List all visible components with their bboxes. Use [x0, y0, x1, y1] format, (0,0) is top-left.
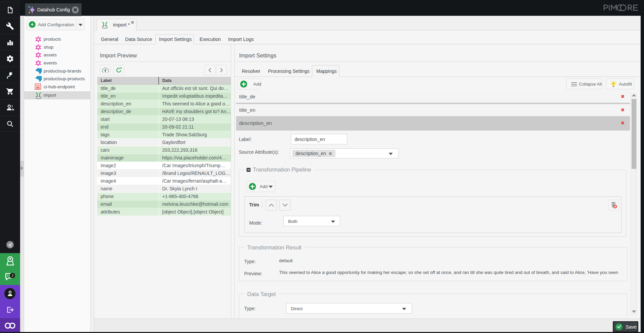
svg-text:3: 3	[11, 274, 13, 278]
